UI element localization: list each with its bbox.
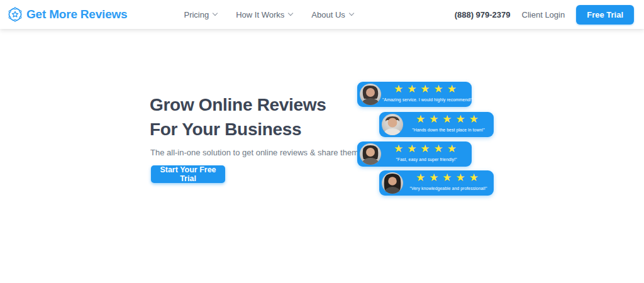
star-rating: ★★★★★ [407, 171, 491, 185]
nav-item-about-us[interactable]: About Us [311, 10, 353, 19]
star-rating: ★★★★★ [385, 82, 469, 96]
brand-name: Get More Reviews [26, 8, 127, 21]
hero-title-line2: For Your Business [150, 117, 326, 142]
review-quote: "Amazing service. I would highly recomme… [382, 97, 470, 102]
star-rating: ★★★★★ [407, 113, 491, 126]
chevron-down-icon [288, 11, 293, 16]
reviewer-avatar [382, 172, 403, 194]
free-trial-button[interactable]: Free Trial [576, 5, 634, 25]
chevron-down-icon [213, 11, 218, 16]
reviewer-avatar [360, 143, 381, 165]
review-quote: "Very knowledgeable and professional!" [404, 186, 492, 191]
landing-page: Get More Reviews Pricing How It Works Ab… [0, 0, 644, 283]
review-card: ★★★★★ "Very knowledgeable and profession… [379, 170, 494, 196]
hero-title: Grow Online Reviews For Your Business [150, 92, 326, 142]
brand-logo[interactable]: Get More Reviews [8, 7, 127, 22]
nav-item-how-it-works[interactable]: How It Works [236, 10, 292, 19]
review-card: ★★★★★ "Hands down the best place in town… [379, 112, 494, 137]
review-quote: "Hands down the best place in town!" [404, 128, 492, 132]
review-quote: "Fast, easy and super friendly!" [382, 157, 470, 162]
header-actions: (888) 979-2379 Client Login Free Trial [455, 5, 634, 25]
badge-star-icon [8, 7, 23, 22]
reviewer-avatar [360, 84, 381, 105]
chevron-down-icon [349, 11, 354, 16]
main-nav: Pricing How It Works About Us [184, 10, 353, 19]
nav-item-label: About Us [311, 10, 345, 19]
phone-number: (888) 979-2379 [455, 10, 511, 19]
nav-item-label: How It Works [236, 10, 284, 19]
hero-title-line1: Grow Online Reviews [150, 92, 326, 117]
star-rating: ★★★★★ [385, 142, 469, 156]
nav-item-label: Pricing [184, 10, 209, 19]
review-card: ★★★★★ "Fast, easy and super friendly!" [357, 142, 472, 167]
top-navbar: Get More Reviews Pricing How It Works Ab… [0, 0, 644, 29]
client-login-link[interactable]: Client Login [522, 10, 565, 19]
start-free-trial-button[interactable]: Start Your Free Trial [151, 165, 225, 183]
nav-item-pricing[interactable]: Pricing [184, 10, 217, 19]
review-card: ★★★★★ "Amazing service. I would highly r… [357, 82, 472, 107]
reviewer-avatar [382, 114, 403, 135]
